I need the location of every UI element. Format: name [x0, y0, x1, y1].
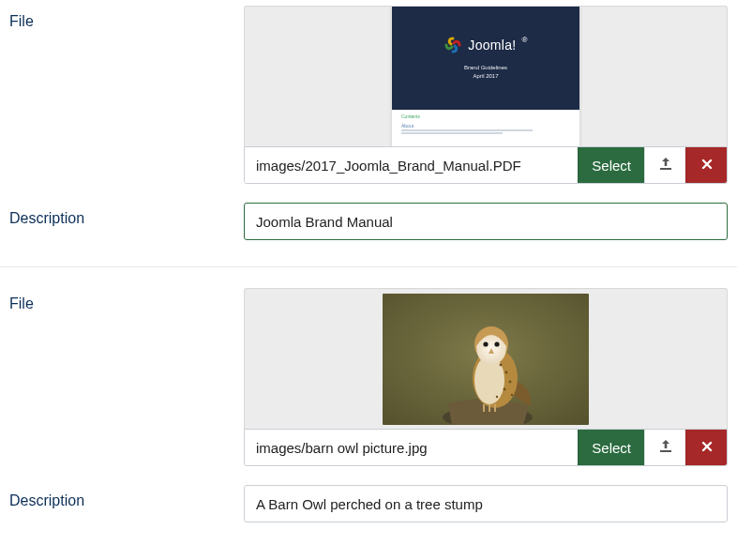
image-thumbnail: [383, 294, 589, 425]
file-control: Joomla! ® Brand Guidelines April 2017 Co…: [244, 6, 728, 184]
joomla-logo: Joomla! ®: [444, 36, 527, 54]
field-label-description: Description: [9, 485, 244, 509]
svg-point-8: [496, 395, 498, 397]
file-field-row: File: [0, 282, 737, 472]
description-field-row: Description: [0, 197, 737, 246]
svg-point-5: [505, 371, 508, 373]
file-input-group: Select: [244, 146, 728, 184]
upload-button[interactable]: [644, 430, 685, 465]
field-label-description: Description: [9, 203, 244, 227]
field-label-file: File: [9, 6, 244, 30]
upload-icon: [658, 439, 673, 457]
pdf-thumbnail: Joomla! ® Brand Guidelines April 2017 Co…: [392, 7, 579, 147]
svg-point-6: [509, 380, 512, 383]
file-field-row: File: [0, 0, 737, 189]
item-divider: [0, 266, 737, 267]
file-path-input[interactable]: [245, 147, 578, 183]
joomla-mark-icon: [444, 36, 462, 54]
close-icon: [699, 439, 714, 457]
select-button[interactable]: Select: [578, 147, 644, 183]
file-input-group: Select: [244, 429, 728, 466]
joomla-brand-text: Joomla!: [468, 38, 516, 53]
upload-button[interactable]: [644, 147, 685, 183]
close-icon: [699, 157, 714, 174]
file-preview: Joomla! ® Brand Guidelines April 2017 Co…: [244, 6, 728, 146]
description-input[interactable]: [244, 203, 728, 240]
svg-point-7: [504, 387, 506, 390]
file-preview: [244, 288, 728, 429]
remove-button[interactable]: [685, 430, 727, 465]
remove-button[interactable]: [685, 147, 727, 183]
svg-point-12: [494, 341, 499, 346]
upload-icon: [658, 157, 673, 174]
field-label-file: File: [9, 288, 244, 312]
file-path-input[interactable]: [245, 430, 578, 465]
description-input[interactable]: [244, 485, 728, 522]
svg-point-9: [511, 393, 513, 395]
description-field-row: Description: [0, 479, 737, 528]
svg-point-11: [483, 341, 488, 346]
file-control: Select: [244, 288, 728, 466]
select-button[interactable]: Select: [578, 430, 644, 465]
svg-point-4: [500, 363, 503, 366]
